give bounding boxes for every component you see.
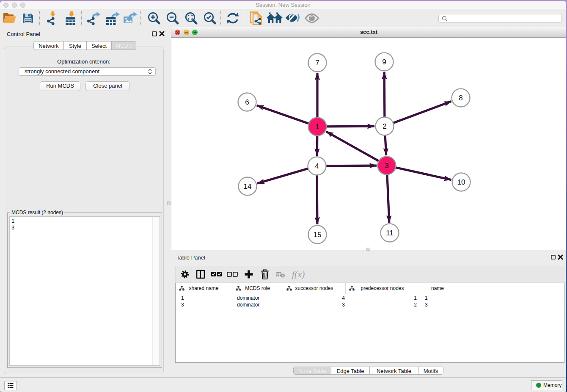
svg-text:14: 14 (244, 182, 252, 190)
svg-text:1: 1 (315, 123, 319, 131)
svg-text:3: 3 (385, 162, 388, 170)
svg-text:4: 4 (315, 162, 319, 170)
svg-text:10: 10 (457, 178, 465, 186)
svg-text:2: 2 (383, 122, 386, 130)
svg-text:7: 7 (315, 59, 319, 67)
svg-text:8: 8 (459, 94, 462, 102)
svg-text:6: 6 (245, 98, 249, 106)
svg-text:11: 11 (386, 229, 394, 237)
svg-text:9: 9 (382, 58, 386, 66)
svg-text:15: 15 (314, 231, 322, 239)
